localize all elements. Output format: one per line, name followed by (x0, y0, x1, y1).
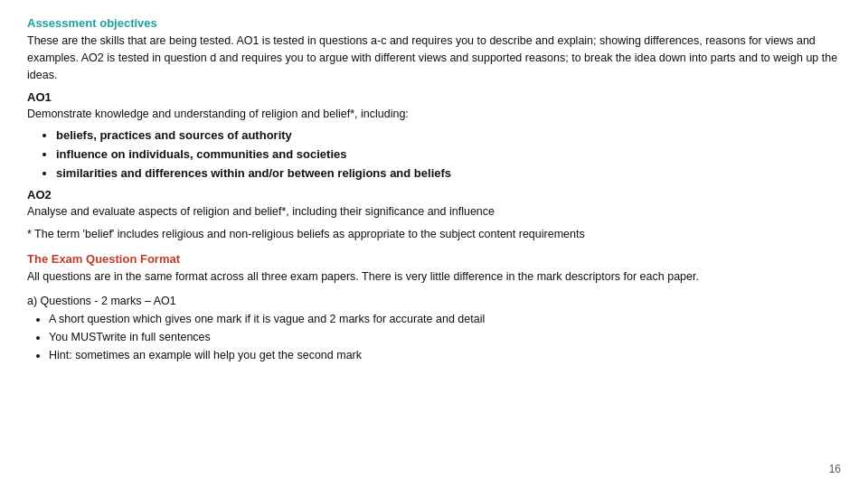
questions-section: a) Questions - 2 marks – AO1 A short que… (27, 295, 841, 364)
question-a-bullets: A short question which gives one mark if… (49, 310, 841, 364)
ao2-section: AO2 Analyse and evaluate aspects of reli… (27, 188, 841, 221)
belief-note: * The term 'belief' includes religious a… (27, 226, 841, 243)
question-a-label: a) Questions - 2 marks – AO1 (27, 295, 841, 307)
assessment-section: Assessment objectives These are the skil… (27, 16, 841, 83)
exam-format-intro: All questions are in the same format acr… (27, 268, 841, 286)
assessment-heading: Assessment objectives (27, 16, 841, 30)
ao1-label: AO1 (27, 90, 841, 104)
ao2-label: AO2 (27, 188, 841, 202)
page-number: 16 (829, 463, 841, 475)
question-bullet-3: Hint: sometimes an example will help you… (49, 346, 841, 364)
question-bullet-1: A short question which gives one mark if… (49, 310, 841, 328)
main-page: Assessment objectives These are the skil… (0, 0, 868, 488)
ao1-bullet-3: similarities and differences within and/… (56, 164, 841, 183)
assessment-intro: These are the skills that are being test… (27, 33, 841, 83)
ao1-bullets: beliefs, practices and sources of author… (56, 127, 841, 183)
ao1-section: AO1 Demonstrate knowledge and understand… (27, 90, 841, 183)
ao2-description: Analyse and evaluate aspects of religion… (27, 203, 841, 221)
ao1-description: Demonstrate knowledge and understanding … (27, 106, 841, 123)
exam-format-heading: The Exam Question Format (27, 252, 841, 266)
exam-format-section: The Exam Question Format All questions a… (27, 252, 841, 286)
question-bullet-2: You MUSTwrite in full sentences (49, 328, 841, 346)
ao1-bullet-2: influence on individuals, communities an… (56, 145, 841, 164)
ao1-bullet-1: beliefs, practices and sources of author… (56, 127, 841, 145)
